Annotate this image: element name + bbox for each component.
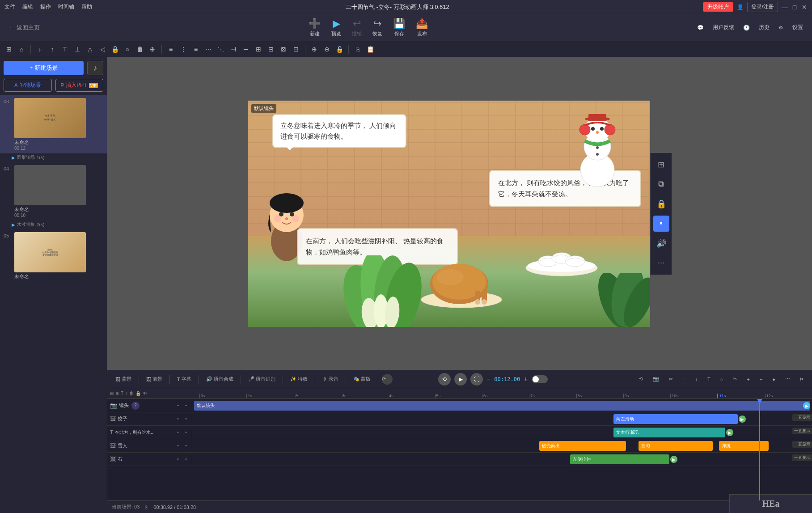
text-end-marker[interactable]: ▶: [726, 429, 733, 436]
align-right[interactable]: ≡: [190, 44, 201, 55]
speech-bubble-1[interactable]: 立冬意味着进入寒冷的季节， 人们倾向进食可以驱寒的食物。: [272, 114, 406, 148]
loop2-btn[interactable]: ⟲: [635, 375, 647, 383]
menu-bar[interactable]: 文件 编辑 操作 时间轴 帮助: [4, 3, 92, 11]
maximize-button[interactable]: □: [791, 4, 798, 10]
lock-sec[interactable]: 🔒: [334, 44, 345, 55]
arrow-up-btn[interactable]: ↑: [679, 375, 689, 383]
paste-sec[interactable]: 📋: [365, 44, 376, 55]
transition-1[interactable]: ▶ 圆形转场 1(s): [0, 153, 107, 162]
zoom-in-btn[interactable]: +: [524, 375, 528, 383]
loop-button[interactable]: ⟳: [382, 374, 393, 385]
clip-default-camera[interactable]: 默认镜头: [194, 401, 810, 411]
close-button[interactable]: ✕: [801, 4, 808, 10]
scene-item-04[interactable]: 04 未命名 00:10: [0, 162, 107, 220]
v-distribute[interactable]: ⋱: [216, 44, 226, 55]
align-top[interactable]: ⊤: [59, 44, 70, 55]
clip-text[interactable]: 文本行渐现: [613, 428, 725, 437]
clip-jiaozi[interactable]: 向左滑动: [613, 414, 737, 424]
more-tl-btn[interactable]: ⋯: [782, 375, 794, 383]
h-align[interactable]: ⊣: [228, 44, 239, 55]
clip-end-marker[interactable]: ▶: [803, 402, 810, 409]
music-button[interactable]: ♪: [87, 61, 103, 75]
new-scene-button[interactable]: + 新建场景: [4, 61, 84, 75]
publish-button[interactable]: 📤 发布: [416, 18, 428, 37]
background-button[interactable]: ▪: [653, 216, 669, 232]
grid[interactable]: ⊞: [253, 44, 264, 55]
cut-btn[interactable]: ✂: [729, 375, 740, 383]
copy-tool[interactable]: ⊕: [147, 44, 158, 55]
lock-tool[interactable]: 🔒: [110, 44, 120, 55]
layer-button[interactable]: ⧉: [653, 176, 669, 192]
snap[interactable]: ⊠: [278, 44, 289, 55]
delete-tool[interactable]: 🗑: [135, 44, 145, 55]
caption-button[interactable]: T 字幕: [173, 374, 195, 384]
menu-operate[interactable]: 操作: [40, 3, 51, 11]
align-center[interactable]: ⋮: [178, 44, 189, 55]
insert-ppt-button[interactable]: P 插入PPT VIP: [55, 79, 104, 92]
bg-button[interactable]: 🖼 背景: [112, 374, 135, 384]
home-tool[interactable]: ⌂: [16, 44, 27, 55]
clip-snowman-2[interactable]: 摇匀: [639, 441, 713, 451]
settings-label[interactable]: 设置: [792, 24, 803, 31]
effect-button[interactable]: ✨ 特效: [287, 374, 311, 384]
circle-tool[interactable]: ○: [122, 44, 133, 55]
play-pause-button[interactable]: ▶: [454, 373, 467, 386]
shape-tool[interactable]: ◁: [97, 44, 108, 55]
edit-btn[interactable]: ✏: [665, 375, 677, 383]
sound-button[interactable]: 🔊: [653, 235, 669, 251]
jiaozi-dot1[interactable]: •: [175, 416, 181, 422]
plus-btn[interactable]: +: [743, 375, 753, 383]
upgrade-button[interactable]: 升级账户: [703, 2, 733, 12]
preview-button[interactable]: ▶ 预览: [331, 18, 341, 37]
arrow-down-btn[interactable]: ↓: [692, 375, 702, 383]
back-home-button[interactable]: ← 返回主页: [9, 24, 40, 32]
right-dot1[interactable]: •: [175, 456, 181, 462]
triangle-tool[interactable]: △: [85, 44, 95, 55]
clip-right[interactable]: 左侧拉伸: [570, 454, 669, 464]
voice-synth-button[interactable]: 🔊 语音合成: [203, 374, 237, 384]
scene-item-05[interactable]: 05 《立冬》 秋风吹尽旧庭柯 黄叶丹枫客里过 未命名: [0, 229, 107, 283]
align-tool[interactable]: ⊞: [4, 44, 14, 55]
transition-2[interactable]: ▶ 水波切换 2(s): [0, 220, 107, 229]
redo-button[interactable]: ↪ 恢复: [372, 18, 382, 37]
cover-button[interactable]: 🎭 蒙版: [350, 374, 374, 384]
align-bottom[interactable]: ⊥: [72, 44, 83, 55]
split-btn[interactable]: ⌂: [717, 375, 727, 383]
copy-sec[interactable]: ⎘: [352, 44, 363, 55]
fg-button[interactable]: 🖼 前景: [143, 374, 166, 384]
move-down[interactable]: ↓: [34, 44, 45, 55]
login-button[interactable]: 登录/注册: [747, 2, 778, 12]
voice-recog-button[interactable]: 🎤 语音识别: [245, 374, 279, 384]
canvas[interactable]: 默认镜头 立冬意味着进入寒冷的季节， 人们倾向进食可以驱寒的食物。: [248, 101, 650, 327]
feedback-label[interactable]: 用户反馈: [713, 24, 734, 31]
move-up[interactable]: ↑: [47, 44, 58, 55]
right-end-marker[interactable]: ▶: [670, 456, 677, 463]
clip-snowman-3[interactable]: 弹跳: [719, 441, 769, 451]
undo-button[interactable]: ↩ 撤销: [352, 18, 362, 37]
v-align[interactable]: ⊢: [241, 44, 251, 55]
menu-help[interactable]: 帮助: [81, 3, 92, 11]
toggle-switch[interactable]: [532, 375, 548, 383]
text-dot2[interactable]: •: [183, 429, 189, 436]
save-button[interactable]: 💾 保存: [393, 18, 405, 37]
jiaozi-end-marker[interactable]: ▶: [739, 415, 746, 423]
text-dot1[interactable]: •: [175, 429, 181, 436]
right-dot2[interactable]: •: [183, 456, 189, 462]
menu-timeline[interactable]: 时间轴: [58, 3, 74, 11]
zoom-in-sec[interactable]: ⊕: [309, 44, 320, 55]
character-snowman[interactable]: [565, 112, 630, 188]
more-button[interactable]: ···: [653, 255, 669, 271]
smart-scene-button[interactable]: A 智能场景: [4, 79, 52, 92]
menu-file[interactable]: 文件: [4, 3, 15, 11]
grid2[interactable]: ⊟: [266, 44, 276, 55]
minimize-button[interactable]: —: [782, 4, 788, 10]
rewind-button[interactable]: ⟲: [438, 373, 451, 386]
snowman-dot1[interactable]: •: [175, 443, 181, 449]
window-controls[interactable]: 升级账户 👤 登录/注册 — □ ✕: [703, 2, 808, 12]
jiaozi-dot2[interactable]: •: [183, 416, 189, 422]
camera-dot1[interactable]: •: [175, 403, 181, 409]
history-label[interactable]: 历史: [759, 24, 770, 31]
record-button[interactable]: 🎙 录音: [319, 374, 342, 384]
fit-screen-button[interactable]: ⊞: [653, 157, 669, 173]
help-icon[interactable]: ?: [131, 402, 140, 410]
